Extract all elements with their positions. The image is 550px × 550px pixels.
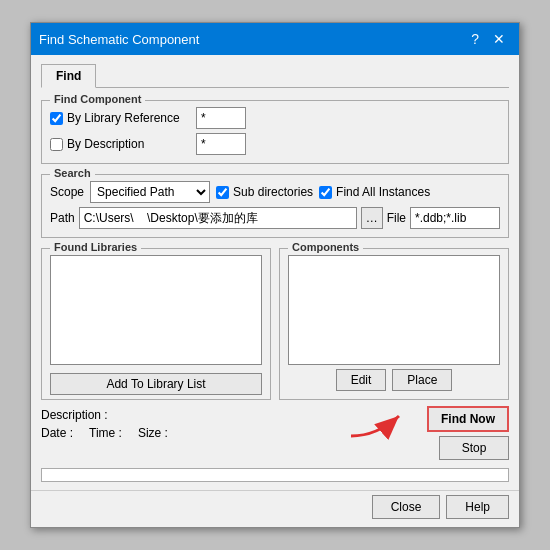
components-box: Components Edit Place [279,248,509,400]
by-description-label[interactable]: By Description [50,137,190,151]
help-title-button[interactable]: ? [465,29,485,49]
found-libraries-listbox[interactable] [50,255,262,365]
dialog-body: Find Find Component By Library Reference… [31,55,519,490]
path-browse-button[interactable]: … [361,207,383,229]
date-label: Date : [41,426,73,440]
find-component-label: Find Component [50,93,145,105]
stop-button[interactable]: Stop [439,436,509,460]
path-row: Path … File [50,207,500,229]
help-button[interactable]: Help [446,495,509,519]
description-label: Description : [41,408,108,422]
find-now-button[interactable]: Find Now [427,406,509,432]
found-libraries-label: Found Libraries [50,241,141,253]
find-component-group: Find Component By Library Reference By D… [41,100,509,164]
date-time-size-row: Date : Time : Size : [41,424,331,442]
sub-directories-checkbox[interactable] [216,186,229,199]
scope-row: Scope Specified Path Libraries on Path A… [50,181,500,203]
by-description-input[interactable] [196,133,246,155]
by-library-ref-row: By Library Reference [50,107,500,129]
components-label: Components [288,241,363,253]
sub-directories-label[interactable]: Sub directories [216,185,313,199]
info-section: Description : Date : Time : Size : [41,406,331,442]
by-description-row: By Description [50,133,500,155]
components-group: Components Edit Place [279,244,509,400]
libraries-components-area: Found Libraries Add To Library List Comp… [41,244,509,400]
path-input[interactable] [79,207,357,229]
search-group-label: Search [50,167,95,179]
close-button[interactable]: Close [372,495,441,519]
by-library-ref-input[interactable] [196,107,246,129]
by-library-ref-checkbox[interactable] [50,112,63,125]
dialog-title: Find Schematic Component [39,32,199,47]
add-to-library-list-button[interactable]: Add To Library List [50,373,262,395]
scope-label: Scope [50,185,84,199]
red-arrow-icon [347,406,407,442]
tab-find[interactable]: Find [41,64,96,88]
title-bar-buttons: ? ✕ [465,29,511,49]
info-actions-row: Description : Date : Time : Size : [41,406,509,460]
scope-select[interactable]: Specified Path Libraries on Path All Lib… [90,181,210,203]
description-row: Description : [41,406,331,424]
find-schematic-component-dialog: Find Schematic Component ? ✕ Find Find C… [30,22,520,528]
components-listbox[interactable] [288,255,500,365]
edit-button[interactable]: Edit [336,369,387,391]
search-group: Search Scope Specified Path Libraries on… [41,174,509,238]
time-label: Time : [89,426,122,440]
size-label: Size : [138,426,168,440]
close-title-button[interactable]: ✕ [487,29,511,49]
found-libraries-group: Found Libraries Add To Library List [41,244,271,400]
by-description-checkbox[interactable] [50,138,63,151]
found-libraries-box: Found Libraries Add To Library List [41,248,271,400]
progress-bar [41,468,509,482]
find-all-instances-checkbox[interactable] [319,186,332,199]
bottom-buttons: Close Help [31,490,519,527]
arrow-annotation [347,406,407,442]
file-input[interactable] [410,207,500,229]
file-label: File [387,211,406,225]
place-button[interactable]: Place [392,369,452,391]
find-all-instances-label[interactable]: Find All Instances [319,185,430,199]
title-bar: Find Schematic Component ? ✕ [31,23,519,55]
by-library-ref-label[interactable]: By Library Reference [50,111,190,125]
find-stop-column: Find Now Stop [427,406,509,460]
edit-place-row: Edit Place [288,369,500,391]
path-label: Path [50,211,75,225]
tab-strip: Find [41,63,509,88]
